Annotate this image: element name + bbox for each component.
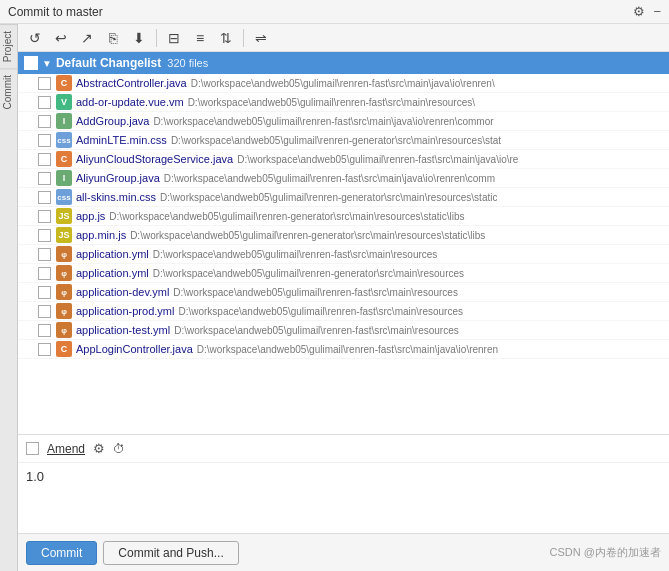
amend-label[interactable]: Amend — [47, 442, 85, 456]
amend-settings-icon[interactable]: ⚙ — [93, 441, 105, 456]
file-path: D:\workspace\andweb05\gulimail\renren-ge… — [160, 192, 497, 203]
file-type-icon: C — [56, 151, 72, 167]
file-name: app.js — [76, 210, 105, 222]
changelist-header[interactable]: ▼ Default Changelist 320 files — [18, 52, 669, 74]
bottom-panel: Amend ⚙ ⏱ 1.0 Commit Commit and Push... … — [18, 434, 669, 571]
file-name: add-or-update.vue.vm — [76, 96, 184, 108]
commit-button[interactable]: Commit — [26, 541, 97, 565]
filter-button[interactable]: ≡ — [189, 27, 211, 49]
file-checkbox[interactable] — [38, 248, 51, 261]
file-type-icon: I — [56, 113, 72, 129]
file-name: application.yml — [76, 267, 149, 279]
file-path: D:\workspace\andweb05\gulimail\renren-ge… — [153, 268, 464, 279]
file-checkbox[interactable] — [38, 324, 51, 337]
table-row[interactable]: JSapp.jsD:\workspace\andweb05\gulimail\r… — [18, 207, 669, 226]
sidebar-item-project[interactable]: Project — [0, 24, 17, 68]
table-row[interactable]: CAbstractController.javaD:\workspace\and… — [18, 74, 669, 93]
file-checkbox[interactable] — [38, 229, 51, 242]
title-bar-title: Commit to master — [8, 5, 103, 19]
amend-clock-icon[interactable]: ⏱ — [113, 442, 125, 456]
file-checkbox[interactable] — [38, 153, 51, 166]
file-path: D:\workspace\andweb05\gulimail\renren-fa… — [153, 249, 438, 260]
file-type-icon: C — [56, 341, 72, 357]
file-rows-container: CAbstractController.javaD:\workspace\and… — [18, 74, 669, 359]
file-checkbox[interactable] — [38, 286, 51, 299]
commit-and-push-button[interactable]: Commit and Push... — [103, 541, 238, 565]
table-row[interactable]: φapplication-dev.ymlD:\workspace\andweb0… — [18, 283, 669, 302]
amend-checkbox[interactable] — [26, 442, 39, 455]
sort-button[interactable]: ⇅ — [215, 27, 237, 49]
table-row[interactable]: JSapp.min.jsD:\workspace\andweb05\gulima… — [18, 226, 669, 245]
extra-button[interactable]: ⇌ — [250, 27, 272, 49]
table-row[interactable]: Vadd-or-update.vue.vmD:\workspace\andweb… — [18, 93, 669, 112]
sidebar-item-commit[interactable]: Commit — [0, 68, 17, 115]
file-name: AddGroup.java — [76, 115, 149, 127]
refresh-button[interactable]: ↺ — [24, 27, 46, 49]
watermark-line1: CSDN @内卷的加速者 — [550, 545, 661, 560]
file-name: AliyunCloudStorageService.java — [76, 153, 233, 165]
file-type-icon: css — [56, 189, 72, 205]
file-list-area[interactable]: ▼ Default Changelist 320 files CAbstract… — [18, 52, 669, 434]
file-checkbox[interactable] — [38, 210, 51, 223]
download-button[interactable]: ⬇ — [128, 27, 150, 49]
table-row[interactable]: φapplication.ymlD:\workspace\andweb05\gu… — [18, 264, 669, 283]
file-checkbox[interactable] — [38, 134, 51, 147]
settings-icon[interactable]: ⚙ — [633, 4, 645, 19]
file-checkbox[interactable] — [38, 343, 51, 356]
file-type-icon: css — [56, 132, 72, 148]
action-buttons: Commit Commit and Push... CSDN @内卷的加速者 — [18, 533, 669, 571]
table-row[interactable]: φapplication-prod.ymlD:\workspace\andweb… — [18, 302, 669, 321]
watermark: CSDN @内卷的加速者 — [550, 545, 661, 560]
title-bar-right: ⚙ − — [633, 4, 661, 19]
file-name: app.min.js — [76, 229, 126, 241]
minimize-icon[interactable]: − — [653, 4, 661, 19]
changelist-name: Default Changelist — [56, 56, 161, 70]
table-row[interactable]: CAppLoginController.javaD:\workspace\and… — [18, 340, 669, 359]
copy-button[interactable]: ⎘ — [102, 27, 124, 49]
toolbar: ↺ ↩ ↗ ⎘ ⬇ ⊟ ≡ ⇅ ⇌ — [18, 24, 669, 52]
undo-button[interactable]: ↩ — [50, 27, 72, 49]
file-path: D:\workspace\andweb05\gulimail\renren-ge… — [130, 230, 485, 241]
commit-message-area[interactable]: 1.0 — [18, 463, 669, 533]
file-checkbox[interactable] — [38, 96, 51, 109]
move-button[interactable]: ↗ — [76, 27, 98, 49]
table-row[interactable]: CAliyunCloudStorageService.javaD:\worksp… — [18, 150, 669, 169]
side-labels: Project Commit — [0, 24, 18, 571]
changelist-arrow: ▼ — [42, 58, 52, 69]
file-type-icon: JS — [56, 208, 72, 224]
file-type-icon: φ — [56, 303, 72, 319]
file-checkbox[interactable] — [38, 191, 51, 204]
file-path: D:\workspace\andweb05\gulimail\renren-ge… — [171, 135, 501, 146]
file-path: D:\workspace\andweb05\gulimail\renren-fa… — [173, 287, 458, 298]
file-type-icon: φ — [56, 322, 72, 338]
toolbar-sep-2 — [243, 29, 244, 47]
file-checkbox[interactable] — [38, 267, 51, 280]
file-type-icon: V — [56, 94, 72, 110]
content-area: ↺ ↩ ↗ ⎘ ⬇ ⊟ ≡ ⇅ ⇌ ▼ Default Changelist 3… — [18, 24, 669, 571]
changelist-checkbox[interactable] — [24, 56, 38, 70]
file-path: D:\workspace\andweb05\gulimail\renren-fa… — [153, 116, 493, 127]
file-name: AppLoginController.java — [76, 343, 193, 355]
file-path: D:\workspace\andweb05\gulimail\renren-fa… — [164, 173, 495, 184]
file-name: all-skins.min.css — [76, 191, 156, 203]
table-row[interactable]: φapplication.ymlD:\workspace\andweb05\gu… — [18, 245, 669, 264]
file-checkbox[interactable] — [38, 305, 51, 318]
file-type-icon: φ — [56, 265, 72, 281]
table-row[interactable]: cssall-skins.min.cssD:\workspace\andweb0… — [18, 188, 669, 207]
file-type-icon: φ — [56, 246, 72, 262]
table-row[interactable]: cssAdminLTE.min.cssD:\workspace\andweb05… — [18, 131, 669, 150]
changelist-count: 320 files — [167, 57, 208, 69]
table-row[interactable]: IAddGroup.javaD:\workspace\andweb05\guli… — [18, 112, 669, 131]
main-container: Project Commit ↺ ↩ ↗ ⎘ ⬇ ⊟ ≡ ⇅ ⇌ ▼ Defau… — [0, 24, 669, 571]
file-checkbox[interactable] — [38, 77, 51, 90]
file-type-icon: JS — [56, 227, 72, 243]
file-checkbox[interactable] — [38, 115, 51, 128]
file-type-icon: φ — [56, 284, 72, 300]
search-button[interactable]: ⊟ — [163, 27, 185, 49]
file-path: D:\workspace\andweb05\gulimail\renren-fa… — [178, 306, 463, 317]
file-checkbox[interactable] — [38, 172, 51, 185]
commit-message-text: 1.0 — [26, 469, 44, 484]
table-row[interactable]: φapplication-test.ymlD:\workspace\andweb… — [18, 321, 669, 340]
file-path: D:\workspace\andweb05\gulimail\renren-fa… — [188, 97, 475, 108]
table-row[interactable]: IAliyunGroup.javaD:\workspace\andweb05\g… — [18, 169, 669, 188]
